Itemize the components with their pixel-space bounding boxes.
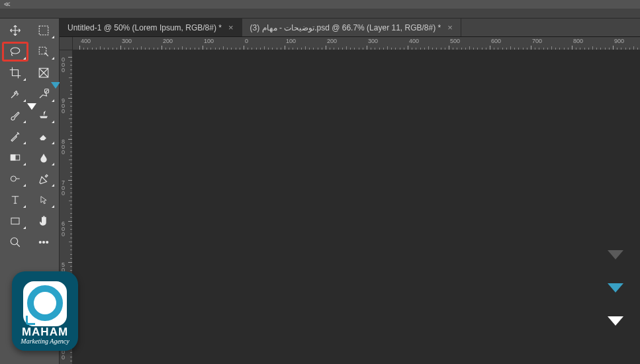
svg-point-1: [11, 48, 20, 54]
blur-tool[interactable]: [31, 148, 56, 167]
rectangle-tool[interactable]: [3, 212, 28, 230]
main-area: Untitled-1 @ 50% (Lorem Ipsum, RGB/8#) *…: [60, 19, 640, 364]
svg-rect-8: [11, 218, 19, 224]
workspace: 4003002001000100200300400500600700800900…: [60, 37, 640, 364]
svg-rect-6: [11, 155, 15, 160]
marker-triangle-cyan-icon: [608, 283, 623, 293]
spot-heal-tool[interactable]: [31, 85, 56, 103]
edit-toolbar[interactable]: [31, 233, 56, 251]
tools-grid: [0, 19, 59, 254]
path-selection-tool[interactable]: [31, 191, 56, 209]
svg-point-12: [46, 242, 48, 244]
ruler-origin[interactable]: [60, 37, 73, 50]
rectangular-marquee-tool[interactable]: [31, 21, 56, 40]
tab-label: Untitled-1 @ 50% (Lorem Ipsum, RGB/8#) *: [68, 23, 222, 32]
frame-tool[interactable]: [31, 64, 56, 82]
document-tabs: Untitled-1 @ 50% (Lorem Ipsum, RGB/8#) *…: [60, 19, 640, 37]
dodge-tool[interactable]: [3, 169, 28, 188]
history-brush-tool[interactable]: [3, 127, 28, 146]
svg-point-10: [39, 242, 41, 244]
watermark-logo: MAHAM Marketing Agency: [12, 271, 78, 351]
hand-tool[interactable]: [31, 212, 56, 230]
collapse-arrows-icon[interactable]: <<: [4, 1, 9, 8]
pen-tool[interactable]: [31, 169, 56, 188]
brush-tool[interactable]: [3, 106, 28, 124]
svg-point-7: [11, 176, 16, 181]
clone-stamp-tool[interactable]: [31, 106, 56, 124]
photoshop-window: <<: [0, 0, 640, 364]
tab-inactive[interactable]: توضيحات - مهام (3).psd @ 66.7% (Layer 11…: [242, 19, 461, 36]
move-tool[interactable]: [3, 21, 28, 40]
close-icon[interactable]: ×: [228, 23, 234, 32]
topbar: <<: [0, 0, 640, 9]
body: Untitled-1 @ 50% (Lorem Ipsum, RGB/8#) *…: [0, 19, 640, 364]
logo-tagline: Marketing Agency: [21, 338, 69, 345]
crop-tool[interactable]: [3, 64, 28, 82]
type-tool[interactable]: [3, 191, 28, 209]
lasso-tool[interactable]: [3, 42, 28, 61]
tab-active[interactable]: Untitled-1 @ 50% (Lorem Ipsum, RGB/8#) *…: [60, 19, 242, 36]
canvas[interactable]: [73, 50, 640, 364]
marker-triangle-white-icon: [608, 316, 623, 326]
eyedropper-tool[interactable]: [3, 85, 28, 103]
magic-wand-tool[interactable]: [31, 42, 56, 61]
eraser-tool[interactable]: [31, 127, 56, 146]
zoom-tool[interactable]: [3, 233, 28, 251]
close-icon[interactable]: ×: [447, 23, 453, 32]
options-bar: [0, 9, 640, 19]
logo-name: MAHAM: [22, 326, 68, 338]
horizontal-ruler[interactable]: 4003002001000100200300400500600700800900: [73, 37, 640, 50]
tab-label: توضيحات - مهام (3).psd @ 66.7% (Layer 11…: [250, 23, 441, 32]
svg-rect-0: [39, 26, 48, 35]
svg-point-9: [11, 238, 18, 245]
gradient-tool[interactable]: [3, 148, 28, 167]
marker-triangle-grey-icon: [608, 250, 623, 259]
svg-point-11: [42, 242, 44, 244]
